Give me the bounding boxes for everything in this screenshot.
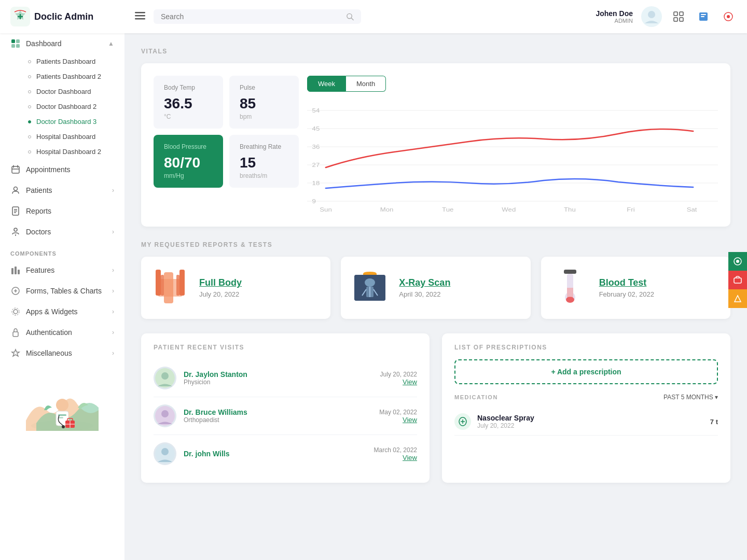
- svg-point-6: [648, 11, 655, 18]
- svg-text:Sat: Sat: [687, 206, 697, 213]
- forms-arrow: ›: [112, 287, 114, 295]
- svg-rect-8: [680, 12, 683, 16]
- svg-text:54: 54: [312, 107, 320, 114]
- search-icon: [346, 12, 354, 21]
- search-bar[interactable]: [154, 9, 361, 24]
- sidebar-item-apps[interactable]: Apps & Widgets ›: [0, 301, 125, 322]
- add-prescription-button[interactable]: + Add a prescription: [454, 359, 718, 384]
- logo-area: Doclic Admin: [10, 7, 135, 26]
- sidebar-item-forms[interactable]: Forms, Tables & Charts ›: [0, 281, 125, 301]
- rx-section-header: MEDICATION PAST 5 MONTHS ▾: [454, 394, 718, 401]
- dot-icon: [28, 120, 31, 123]
- sidebar-item-doctor-dashboard-3[interactable]: Doctor Dashboard 3: [19, 114, 125, 129]
- vitals-left: Body Temp 36.5 °C Pulse 85 bpm Blood Pre…: [154, 76, 299, 214]
- sidebar-item-authentication[interactable]: Authentication ›: [0, 322, 125, 343]
- dot-icon: [28, 105, 31, 108]
- svg-text:18: 18: [312, 180, 320, 187]
- rx-period[interactable]: PAST 5 MONTHS ▾: [663, 394, 718, 401]
- svg-point-88: [161, 372, 169, 380]
- visit-name-0: Dr. Jaylon Stanton: [184, 370, 373, 379]
- fullbody-info: Full Body July 20, 2022: [199, 277, 242, 298]
- dot-icon: [28, 75, 31, 78]
- vitals-grid: Body Temp 36.5 °C Pulse 85 bpm Blood Pre…: [154, 76, 718, 214]
- sidebar-item-doctor-dashboard[interactable]: Doctor Dashboard: [19, 84, 125, 99]
- vitals-chart: 54 45 36 27 18 9 Sun Mon: [307, 100, 718, 214]
- xray-info: X-Ray Scan April 30, 2022: [399, 277, 450, 298]
- visit-view-2[interactable]: View: [374, 454, 417, 461]
- sidebar-item-reports[interactable]: Reports: [0, 201, 125, 221]
- sidebar-item-doctors[interactable]: Doctors ›: [0, 221, 125, 242]
- fullbody-name: Full Body: [199, 277, 242, 288]
- vital-box-pulse: Pulse 85 bpm: [229, 76, 299, 129]
- reports-grid: Full Body July 20, 2022: [141, 257, 730, 319]
- svg-rect-31: [11, 268, 13, 274]
- svg-text:Wed: Wed: [502, 206, 516, 213]
- header: Doclic Admin Johen Doe ADMIN: [0, 0, 747, 33]
- sidebar-item-features[interactable]: Features ›: [0, 260, 125, 281]
- float-icon-2[interactable]: [728, 271, 747, 289]
- patients-icon: [10, 185, 21, 195]
- sidebar-item-dashboard[interactable]: Dashboard ▲: [0, 33, 125, 54]
- sidebar-item-patients-dashboard[interactable]: Patients Dashboard: [19, 54, 125, 69]
- svg-point-24: [14, 187, 18, 191]
- nav-label: Patients Dashboard: [36, 58, 95, 65]
- header-right: Johen Doe ADMIN: [596, 6, 737, 27]
- right-float-icons: [728, 252, 747, 308]
- sidebar-item-patients-dashboard-2[interactable]: Patients Dashboard 2: [19, 69, 125, 84]
- sidebar-item-misc[interactable]: Miscellaneous ›: [0, 343, 125, 363]
- svg-rect-3: [135, 18, 145, 20]
- search-input[interactable]: [161, 12, 342, 21]
- svg-point-45: [62, 425, 65, 428]
- month-button[interactable]: Month: [346, 76, 386, 92]
- svg-rect-9: [674, 18, 677, 21]
- float-icon-1[interactable]: [728, 252, 747, 271]
- svg-rect-71: [156, 270, 161, 296]
- visit-avatar-2: [154, 442, 176, 465]
- settings-icon[interactable]: [720, 8, 737, 25]
- visit-view-0[interactable]: View: [380, 378, 417, 386]
- svg-rect-16: [11, 39, 15, 43]
- pages-icon[interactable]: [695, 8, 712, 25]
- bloodtest-name: Blood Test: [599, 277, 654, 288]
- medication-label: MEDICATION: [454, 394, 498, 400]
- menu-button[interactable]: [135, 10, 145, 23]
- rx-info-0: Nasoclear Spray July 20, 2022: [477, 414, 704, 429]
- vitals-row-bottom: Blood Pressure 80/70 mm/Hg Breathing Rat…: [154, 135, 299, 188]
- sidebar-illustration: [0, 363, 125, 446]
- logo-text: Doclic Admin: [34, 11, 93, 22]
- float-icon-3[interactable]: [728, 289, 747, 308]
- dot-icon: [28, 135, 31, 138]
- svg-rect-39: [13, 332, 18, 337]
- nav-label: Patients Dashboard 2: [36, 73, 101, 80]
- reports-title: MY REQUESTED REPORTS & TESTS: [141, 241, 730, 248]
- report-card-fullbody: Full Body July 20, 2022: [141, 257, 330, 319]
- week-button[interactable]: Week: [307, 76, 346, 92]
- sidebar-item-hospital-dashboard-2[interactable]: Hospital Dashboard 2: [19, 144, 125, 159]
- visit-name-1: Dr. Bruce Williams: [184, 408, 372, 416]
- sidebar-item-appointments[interactable]: Appointments: [0, 159, 125, 180]
- expand-icon[interactable]: [670, 8, 687, 25]
- pulse-unit: bpm: [240, 113, 288, 120]
- visit-spec-1: Orthopaedist: [184, 416, 372, 424]
- visit-view-1[interactable]: View: [379, 416, 417, 424]
- svg-rect-32: [15, 267, 17, 274]
- visits-inner: PATIENT RECENT VISITS Dr. Jaylon Stanton…: [141, 333, 430, 483]
- svg-text:Sun: Sun: [320, 206, 331, 213]
- br-unit: breaths/m: [240, 172, 288, 179]
- report-card-xray: X-Ray Scan April 30, 2022: [341, 257, 530, 319]
- avatar[interactable]: [641, 6, 662, 27]
- fullbody-icon: [151, 269, 189, 306]
- svg-rect-17: [16, 39, 20, 43]
- visit-info-1: Dr. Bruce Williams Orthopaedist: [184, 408, 372, 424]
- sidebar-item-hospital-dashboard[interactable]: Hospital Dashboard: [19, 129, 125, 144]
- doctors-label: Doctors: [26, 228, 51, 236]
- fullbody-date: July 20, 2022: [199, 290, 242, 298]
- svg-line-5: [351, 18, 353, 20]
- sidebar-dashboard-label: Dashboard: [26, 39, 62, 48]
- dashboard-arrow: ▲: [108, 40, 114, 47]
- visit-item-1: Dr. Bruce Williams Orthopaedist May 02, …: [154, 397, 417, 435]
- sidebar-item-patients[interactable]: Patients ›: [0, 180, 125, 201]
- sidebar-item-doctor-dashboard-2[interactable]: Doctor Dashboard 2: [19, 99, 125, 114]
- misc-icon: [10, 348, 21, 358]
- svg-point-85: [566, 297, 574, 303]
